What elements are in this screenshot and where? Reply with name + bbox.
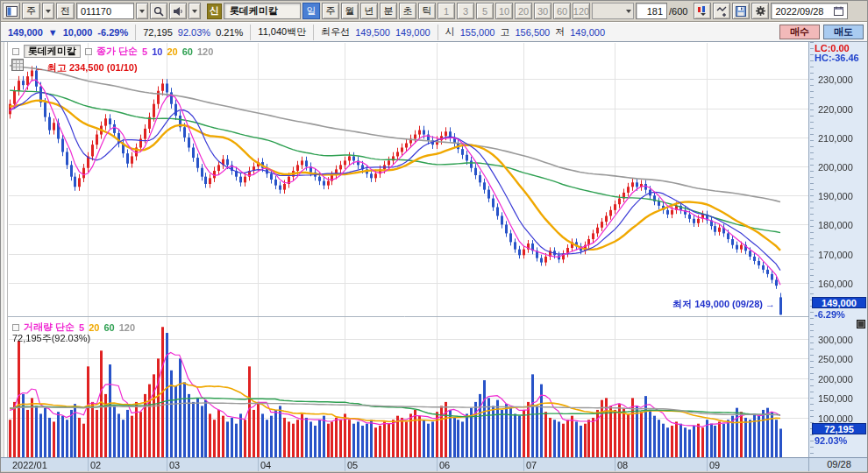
price-volume-chart-canvas[interactable] <box>1 42 868 473</box>
best-bid: 149,000 <box>395 27 430 38</box>
tab-틱[interactable]: 틱 <box>418 3 436 19</box>
interval-3-button[interactable]: 3 <box>457 3 474 19</box>
window-panel-icon[interactable] <box>3 3 20 19</box>
best-quote-segment: 최우선 149,500 149,000 <box>314 25 438 40</box>
interval-120-button[interactable]: 120 <box>573 3 590 19</box>
timeframe-tabs: 일주월년분초틱 <box>302 3 436 19</box>
chart-region: 롯데케미칼종가 단순5102060120 ← 최고 234,500 (01/10… <box>1 42 868 473</box>
interval-5-button[interactable]: 5 <box>476 3 494 19</box>
low-label: 저 <box>555 25 565 39</box>
turnover-pct: 0.21% <box>216 27 243 38</box>
sell-button[interactable]: 매도 <box>823 25 864 39</box>
save-icon <box>736 6 746 17</box>
chevron-down-icon <box>626 10 631 13</box>
bar-total-label: /600 <box>669 6 687 17</box>
chevron-down-icon <box>139 10 145 13</box>
high-price: 156,500 <box>515 27 550 38</box>
chevron-down-icon <box>192 10 197 13</box>
amount-segment: 11,040백만 <box>251 25 314 40</box>
volume-segment: 72,195 92.03% 0.21% <box>136 25 251 40</box>
speaker-icon <box>173 6 184 17</box>
down-arrow-icon: ▼ <box>48 27 58 38</box>
chevron-down-icon <box>46 10 51 13</box>
left-splitter[interactable] <box>1 42 8 457</box>
period-dropdown-button[interactable] <box>42 3 54 19</box>
date-input[interactable]: 2022/09/28 <box>771 3 848 19</box>
trade-amount: 11,040백만 <box>258 25 306 39</box>
save-button[interactable] <box>732 3 750 19</box>
tab-년[interactable]: 년 <box>360 3 378 19</box>
price-change-segment: 149,000 ▼ 10,000 -6.29% <box>1 25 136 40</box>
bar-count-input[interactable]: 181 <box>636 3 667 19</box>
empty-combobox[interactable] <box>592 3 634 19</box>
main-toolbar: 주 전 011170 신 롯데케미칼 일주월년분초틱 1351020306012… <box>1 1 868 22</box>
calendar-icon <box>834 6 843 16</box>
buy-button[interactable]: 매수 <box>779 25 820 39</box>
compare-chart-button[interactable] <box>694 3 711 19</box>
overlay-chart-icon <box>716 5 728 17</box>
tab-주[interactable]: 주 <box>322 3 339 19</box>
low-price: 149,000 <box>570 27 605 38</box>
volume-ratio: 92.03% <box>178 27 210 38</box>
tab-분[interactable]: 분 <box>380 3 397 19</box>
high-label: 고 <box>500 25 509 39</box>
code-dropdown-button[interactable] <box>136 3 148 19</box>
period-week-button[interactable]: 주 <box>22 3 40 19</box>
ohl-segment: 시 155,000 고 156,500 저 149,000 <box>438 25 612 40</box>
search-button[interactable] <box>150 3 167 19</box>
interval-20-button[interactable]: 20 <box>515 3 532 19</box>
stock-code-input[interactable]: 011170 <box>76 3 134 19</box>
price-change: 10,000 <box>63 27 93 38</box>
best-label: 최우선 <box>321 25 350 39</box>
best-ask: 149,500 <box>355 27 390 38</box>
compare-chart-icon <box>697 5 708 17</box>
jeon-button[interactable]: 전 <box>56 3 75 19</box>
open-price: 155,000 <box>460 27 495 38</box>
interval-buttons: 13510203060120 <box>438 3 590 19</box>
new-badge: 신 <box>207 4 222 19</box>
search-icon <box>153 6 164 17</box>
gear-icon <box>755 5 766 17</box>
speaker-button[interactable] <box>169 3 187 19</box>
price-change-pct: -6.29% <box>97 27 128 38</box>
interval-1-button[interactable]: 1 <box>438 3 455 19</box>
tab-초[interactable]: 초 <box>399 3 416 19</box>
stock-name-box: 롯데케미칼 <box>224 3 301 19</box>
interval-10-button[interactable]: 10 <box>495 3 513 19</box>
tab-일[interactable]: 일 <box>302 3 320 19</box>
interval-30-button[interactable]: 30 <box>534 3 551 19</box>
chart-window: 주 전 011170 신 롯데케미칼 일주월년분초틱 1351020306012… <box>0 0 868 473</box>
volume-value: 72,195 <box>143 27 173 38</box>
settings-button[interactable] <box>751 3 769 19</box>
overlay-chart-button[interactable] <box>713 3 730 19</box>
open-label: 시 <box>445 25 455 39</box>
quote-bar: 149,000 ▼ 10,000 -6.29% 72,195 92.03% 0.… <box>1 23 868 42</box>
current-price: 149,000 <box>8 27 43 38</box>
tab-월[interactable]: 월 <box>341 3 359 19</box>
interval-60-button[interactable]: 60 <box>553 3 571 19</box>
speaker-dropdown-button[interactable] <box>189 3 201 19</box>
